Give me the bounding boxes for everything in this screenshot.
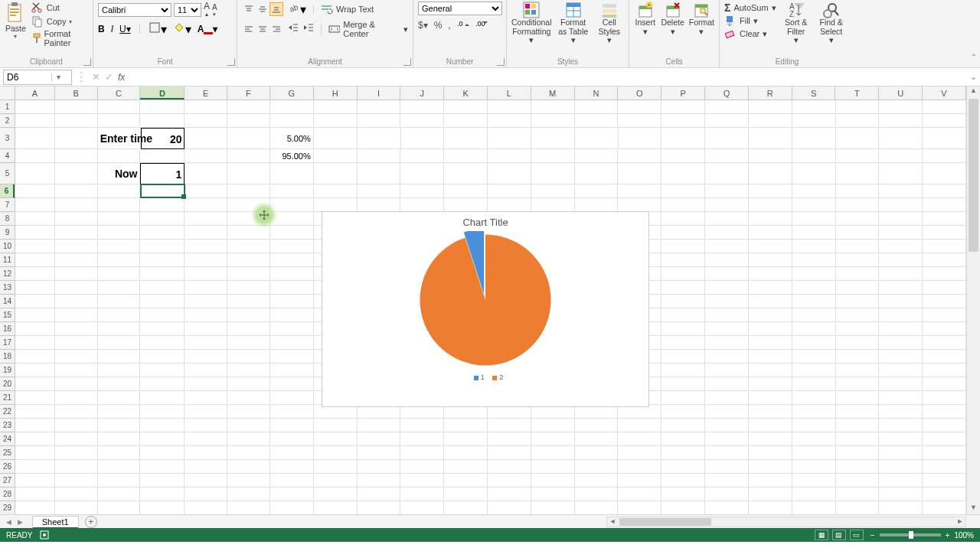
align-center-button[interactable] (256, 22, 270, 36)
cell-G13[interactable] (270, 281, 314, 295)
underline-button[interactable]: U▾ (119, 24, 131, 34)
cell-Q14[interactable] (705, 295, 749, 308)
row-header-25[interactable]: 25 (0, 446, 15, 460)
cell-U17[interactable] (879, 336, 923, 350)
cell-T20[interactable] (836, 377, 880, 391)
cell-S24[interactable] (792, 432, 836, 446)
cell-E1[interactable] (185, 100, 227, 114)
cell-D12[interactable] (140, 267, 185, 281)
worksheet-grid[interactable]: ABCDEFGHIJKLMNOPQRSTUV 12345678910111213… (0, 86, 980, 514)
cell-R29[interactable] (749, 501, 792, 514)
cell-B18[interactable] (55, 350, 98, 364)
cell-P19[interactable] (662, 364, 705, 377)
cell-Q10[interactable] (705, 240, 749, 253)
formula-input[interactable] (132, 70, 966, 85)
cell-N23[interactable] (575, 419, 619, 432)
cell-O28[interactable] (618, 487, 662, 501)
cell-S19[interactable] (792, 364, 836, 377)
cell-A19[interactable] (15, 364, 55, 377)
cell-H7[interactable] (314, 198, 358, 212)
cell-G12[interactable] (270, 267, 314, 281)
cell-T9[interactable] (836, 226, 880, 240)
cell-T17[interactable] (836, 336, 880, 350)
cell-E23[interactable] (185, 419, 227, 432)
cell-C28[interactable] (98, 487, 141, 501)
cell-D18[interactable] (140, 350, 185, 364)
cell-F25[interactable] (227, 446, 270, 460)
cell-V9[interactable] (923, 226, 966, 240)
find-select-button[interactable]: Find & Select▾ (816, 2, 847, 45)
cell-R22[interactable] (749, 405, 792, 419)
cell-P1[interactable] (662, 100, 705, 114)
cell-F20[interactable] (227, 377, 270, 391)
cell-A8[interactable] (15, 212, 55, 226)
cell-P29[interactable] (662, 501, 705, 514)
column-header-H[interactable]: H (314, 86, 358, 99)
row-header-14[interactable]: 14 (0, 295, 15, 308)
increase-indent-button[interactable] (303, 22, 314, 36)
cell-A15[interactable] (15, 308, 55, 322)
cell-D27[interactable] (140, 474, 185, 487)
cell-J2[interactable] (400, 114, 444, 128)
cell-V13[interactable] (923, 281, 966, 295)
row-header-24[interactable]: 24 (0, 432, 15, 446)
cell-Q5[interactable] (705, 163, 749, 184)
align-top-button[interactable] (242, 2, 256, 16)
cell-Q4[interactable] (705, 149, 749, 163)
cell-H5[interactable] (314, 163, 358, 184)
embedded-chart[interactable]: Chart Title 1 2 (322, 211, 649, 407)
cell-T13[interactable] (836, 281, 880, 295)
cell-B3[interactable] (55, 128, 98, 149)
cell-R13[interactable] (749, 281, 792, 295)
cell-N29[interactable] (575, 501, 619, 514)
cell-O5[interactable] (618, 163, 662, 184)
scroll-right-button[interactable]: ► (955, 517, 965, 527)
cell-Q27[interactable] (705, 474, 749, 487)
cell-B2[interactable] (55, 114, 98, 128)
cell-E29[interactable] (185, 501, 227, 514)
cell-L1[interactable] (488, 100, 531, 114)
cell-I3[interactable] (358, 128, 401, 149)
cell-C2[interactable] (98, 114, 141, 128)
cell-A4[interactable] (15, 149, 55, 163)
cell-Q18[interactable] (705, 350, 749, 364)
cell-P15[interactable] (662, 308, 705, 322)
cell-D28[interactable] (140, 487, 185, 501)
cell-K23[interactable] (444, 419, 488, 432)
cell-D8[interactable] (140, 212, 185, 226)
cell-B22[interactable] (55, 405, 98, 419)
cell-S1[interactable] (792, 100, 836, 114)
cell-M5[interactable] (531, 163, 575, 184)
increase-font-button[interactable]: A▴ (204, 2, 210, 18)
cell-E17[interactable] (185, 336, 227, 350)
cell-A10[interactable] (15, 240, 55, 253)
row-header-23[interactable]: 23 (0, 419, 15, 432)
format-cells-button[interactable]: Format▾ (689, 2, 714, 36)
cell-D7[interactable] (140, 198, 185, 212)
row-header-5[interactable]: 5 (0, 163, 15, 184)
cell-A23[interactable] (15, 419, 55, 432)
row-header-17[interactable]: 17 (0, 336, 15, 350)
cell-B17[interactable] (55, 336, 98, 350)
zoom-in-button[interactable]: + (946, 531, 950, 540)
conditional-formatting-button[interactable]: Conditional Formatting▾ (511, 2, 552, 45)
cell-L27[interactable] (488, 474, 531, 487)
cell-T15[interactable] (836, 308, 880, 322)
cell-Q20[interactable] (705, 377, 749, 391)
cell-B16[interactable] (55, 322, 98, 336)
cell-E11[interactable] (185, 253, 227, 267)
cell-V4[interactable] (923, 149, 966, 163)
cell-C10[interactable] (98, 240, 141, 253)
cell-G22[interactable] (270, 405, 314, 419)
row-header-19[interactable]: 19 (0, 364, 15, 377)
autosum-button[interactable]: ΣAutoSum▾ (724, 2, 776, 14)
cell-S3[interactable] (792, 128, 836, 149)
cell-E5[interactable] (185, 163, 227, 184)
cell-B29[interactable] (55, 501, 98, 514)
cell-A28[interactable] (15, 487, 55, 501)
cell-L28[interactable] (488, 487, 531, 501)
cell-F2[interactable] (227, 114, 270, 128)
cell-F27[interactable] (227, 474, 270, 487)
column-header-D[interactable]: D (140, 86, 185, 99)
column-header-U[interactable]: U (879, 86, 923, 99)
